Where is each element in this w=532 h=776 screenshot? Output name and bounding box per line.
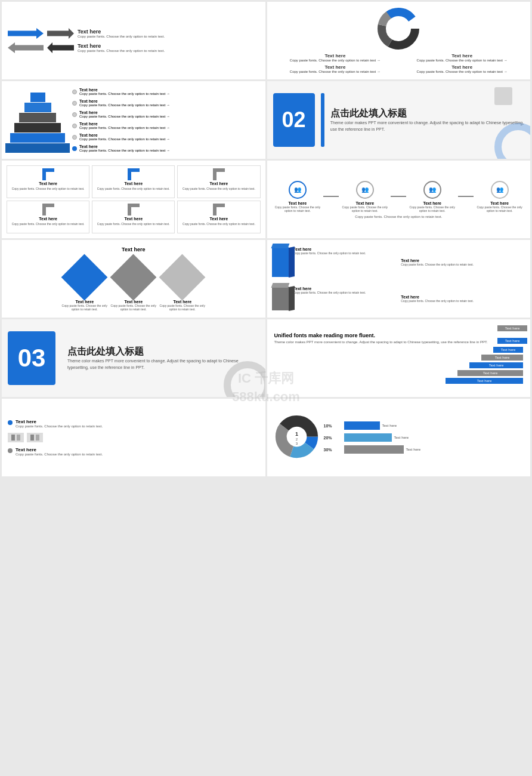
card-title-2: Text here bbox=[124, 181, 143, 186]
svg-text:1: 1 bbox=[295, 431, 298, 437]
tl-text-1: Text here Copy paste fonts. Choose the o… bbox=[272, 201, 324, 213]
slide-3d-bars: Text here Copy paste fonts. Choose the o… bbox=[267, 240, 531, 318]
pyramid-label-1: Text hereCopy paste fonts. Choose the on… bbox=[72, 88, 259, 96]
funnel-title: Unified fonts make reading more fluent. bbox=[274, 332, 524, 338]
gray-boxes-row bbox=[8, 433, 259, 442]
bar3d-title-3: Text here bbox=[293, 287, 366, 291]
arrow-left-icon bbox=[8, 42, 44, 53]
tl-item-1: 👥 Text here Copy paste fonts. Choose the… bbox=[272, 181, 324, 213]
blue-bar-deco bbox=[321, 93, 324, 147]
pyramid-labels: Text hereCopy paste fonts. Choose the on… bbox=[72, 88, 259, 152]
tl-item-3: 👥 Text here Copy paste fonts. Choose the… bbox=[406, 181, 458, 213]
section-number: 02 bbox=[273, 93, 315, 147]
bar3d-title-1: Text here bbox=[293, 247, 366, 251]
text-block-2: Text here Copy paste fonts. Choose the o… bbox=[78, 43, 165, 53]
bar-fill-2 bbox=[344, 433, 392, 442]
text-desc-bottom: Copy paste fonts. Choose the only option… bbox=[16, 452, 103, 456]
card-title-6: Text here bbox=[210, 217, 228, 221]
slide-cards-grid: Text here Copy paste fonts. Choose the o… bbox=[2, 161, 265, 238]
slide-text-dots: Text here Copy paste fonts. Choose the o… bbox=[2, 399, 265, 476]
bar3d-desc-4: Copy paste fonts. Choose the only option… bbox=[401, 299, 474, 303]
svg-text:3: 3 bbox=[295, 442, 298, 445]
bar-name-3: Text here bbox=[406, 448, 421, 451]
text-block-1: Text here Copy paste fonts. Choose the o… bbox=[78, 29, 165, 38]
cards-container: Text here Copy paste fonts. Choose the o… bbox=[7, 165, 261, 233]
bar-name-2: Text here bbox=[394, 436, 409, 439]
bars-list-12: 10% Text here 20% Text here 30% Text her… bbox=[324, 421, 421, 454]
pyramid-level-3 bbox=[19, 113, 56, 122]
pie-bars-container: 1 2 3 10% Text here 20% Text here 30% Te… bbox=[271, 402, 425, 473]
bars-grid: Text here Copy paste fonts. Choose the o… bbox=[272, 245, 526, 313]
pie-label-2: Text here Copy paste fonts. Choose the o… bbox=[400, 53, 524, 62]
bar-row-2: 20% Text here bbox=[324, 433, 421, 442]
card-1: Text here Copy paste fonts. Choose the o… bbox=[7, 165, 89, 198]
dot-3 bbox=[72, 112, 77, 117]
section-text-03: 点击此处填入标题 Theme color makes PPT more conv… bbox=[67, 346, 259, 371]
tl-line-1 bbox=[323, 196, 339, 197]
bar3d-title-2: Text here bbox=[401, 258, 474, 263]
bar-row-1: 10% Text here bbox=[324, 421, 421, 430]
card-desc-3: Copy paste fonts. Choose the only option… bbox=[183, 187, 255, 190]
arrow-row-1: Text here Copy paste fonts. Choose the o… bbox=[8, 28, 259, 39]
text-row-top: Text here Copy paste fonts. Choose the o… bbox=[8, 419, 259, 428]
pie-chart bbox=[372, 8, 425, 50]
diamond-gray-2 bbox=[159, 254, 206, 301]
gray-box-inner-3 bbox=[30, 435, 34, 441]
bar3d-title-4: Text here bbox=[401, 295, 474, 299]
slide-pyramid: Text hereCopy paste fonts. Choose the on… bbox=[2, 81, 265, 159]
card-title-4: Text here bbox=[39, 217, 57, 221]
step-2: Text here bbox=[481, 355, 523, 361]
text-dots-container: Text here Copy paste fonts. Choose the o… bbox=[8, 405, 259, 470]
step-3: Text here bbox=[469, 362, 523, 368]
dot-gray-1 bbox=[8, 448, 13, 453]
arrow-right-icon bbox=[8, 28, 44, 39]
bar-fill-1 bbox=[344, 421, 380, 430]
bar3d-item-2: Text here Copy paste fonts. Choose the o… bbox=[401, 258, 525, 266]
gray-box-1 bbox=[8, 433, 24, 442]
svg-text:2: 2 bbox=[295, 437, 298, 441]
text-block3d-1: Text here Copy paste fonts. Choose the o… bbox=[293, 247, 366, 255]
tl-icon-1: 👥 bbox=[289, 181, 307, 199]
tl-text-3: Text here Copy paste fonts. Choose the o… bbox=[406, 201, 458, 213]
gray-box-2 bbox=[27, 433, 43, 442]
bar3d-body-1 bbox=[272, 247, 289, 277]
bar-pct-1: 10% bbox=[324, 424, 342, 428]
pyramid-label-2: Text hereCopy paste fonts. Choose the on… bbox=[72, 99, 259, 107]
slide-section-02: 02 点击此处填入标题 Theme color makes PPT more c… bbox=[267, 81, 531, 159]
dot-4 bbox=[72, 124, 77, 128]
card-desc-6: Copy paste fonts. Choose the only option… bbox=[183, 222, 255, 226]
card-icon-5 bbox=[128, 204, 140, 215]
dot-blue-1 bbox=[8, 420, 13, 425]
pyramid-level-2 bbox=[24, 103, 51, 112]
card-title-5: Text here bbox=[124, 217, 143, 221]
text-title-top: Text here bbox=[16, 419, 103, 424]
diamond-desc-1: Copy paste fonts. Choose the only option… bbox=[61, 304, 109, 311]
diamond-desc-2: Copy paste fonts. Choose the only option… bbox=[110, 304, 157, 311]
text-title-bottom: Text here bbox=[16, 447, 103, 452]
diamonds-row: Text here Copy paste fonts. Choose the o… bbox=[61, 255, 206, 311]
diamond-wrap-2: Text here Copy paste fonts. Choose the o… bbox=[110, 255, 157, 311]
card-6: Text here Copy paste fonts. Choose the o… bbox=[177, 201, 260, 233]
tl-line-3 bbox=[458, 196, 474, 197]
diamond-header: Text here bbox=[122, 247, 145, 252]
tl-icon-2: 👥 bbox=[356, 181, 374, 199]
pie-chart-12: 1 2 3 bbox=[274, 414, 319, 459]
section-title-03: 点击此处填入标题 bbox=[67, 346, 259, 358]
bar-pct-2: 20% bbox=[324, 436, 342, 440]
bar-name-1: Text here bbox=[382, 424, 397, 427]
gray-box-inner-4 bbox=[36, 435, 39, 441]
card-2: Text here Copy paste fonts. Choose the o… bbox=[92, 165, 175, 198]
pyramid-level-6 bbox=[5, 143, 70, 153]
card-title-3: Text here bbox=[210, 181, 228, 186]
diamond-desc-3: Copy paste fonts. Choose the only option… bbox=[159, 304, 206, 311]
bar3d-top-3 bbox=[271, 283, 289, 288]
bar3d-body-3 bbox=[272, 287, 289, 310]
card-desc-1: Copy paste fonts. Choose the only option… bbox=[12, 187, 85, 190]
text-entry-bottom: Text here Copy paste fonts. Choose the o… bbox=[16, 447, 103, 456]
card-3: Text here Copy paste fonts. Choose the o… bbox=[177, 165, 260, 198]
bar3d-item-3: Text here Copy paste fonts. Choose the o… bbox=[272, 287, 397, 310]
card-desc-5: Copy paste fonts. Choose the only option… bbox=[97, 222, 170, 226]
text-desc-top: Copy paste fonts. Choose the only option… bbox=[16, 424, 103, 428]
gray-box-inner-2 bbox=[17, 435, 20, 441]
timeline-container: 👥 Text here Copy paste fonts. Choose the… bbox=[272, 181, 526, 213]
